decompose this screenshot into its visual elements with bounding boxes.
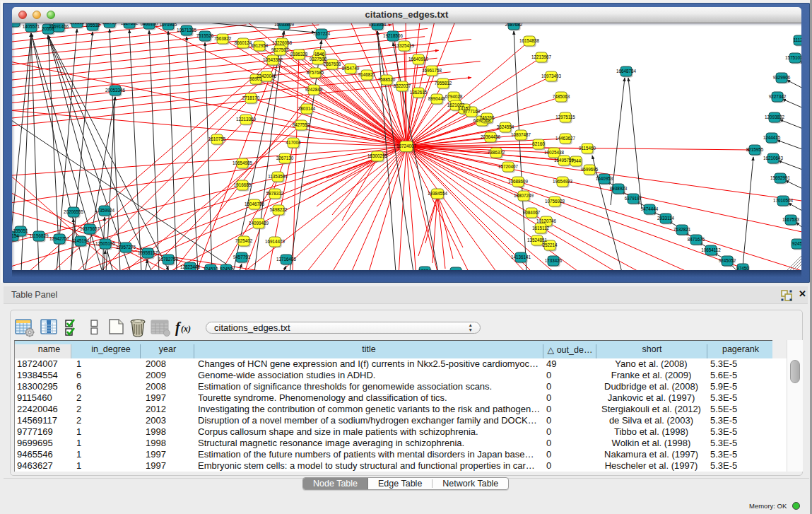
svg-text:(x): (x) (181, 324, 191, 334)
